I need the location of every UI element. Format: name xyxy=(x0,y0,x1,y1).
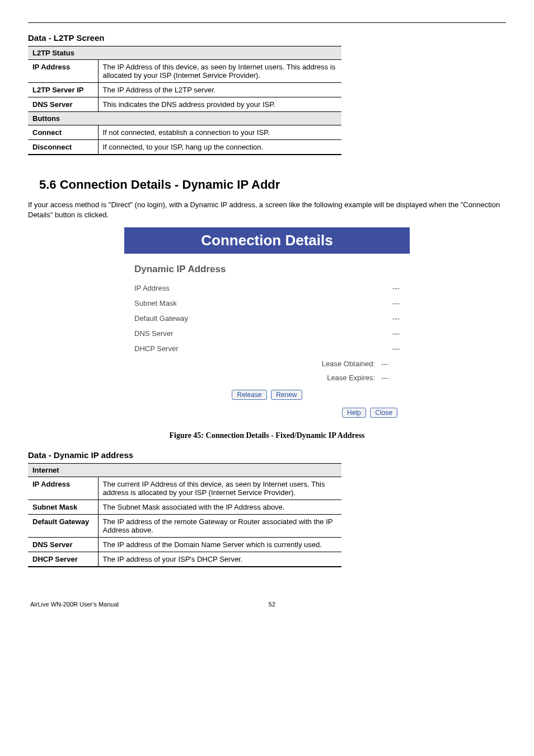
row-ip-address: IP Address --- xyxy=(134,284,400,292)
l2tp-ip-address-text: The IP Address of this device, as seen b… xyxy=(98,60,341,83)
page-top-rule xyxy=(28,22,506,23)
dynamic-ip-table: Internet IP Address The current IP Addre… xyxy=(28,463,341,567)
l2tp-connect-label: Connect xyxy=(28,125,98,140)
dyn-dns-server-label: DNS Server xyxy=(28,538,98,552)
footer-page-number: 52 xyxy=(40,601,504,608)
l2tp-data-heading: Data - L2TP Screen xyxy=(28,33,506,43)
release-button[interactable]: Release xyxy=(232,390,266,400)
dyn-dns-server-text: The IP address of the Domain Name Server… xyxy=(98,538,341,552)
row-dhcp-server-label: DHCP Server xyxy=(134,344,179,353)
row-dns-server: DNS Server --- xyxy=(134,329,400,338)
l2tp-ip-address-label: IP Address xyxy=(28,60,98,83)
intro-paragraph: If your access method is "Direct" (no lo… xyxy=(28,200,506,220)
lease-obtained-label: Lease Obtained: xyxy=(322,360,375,368)
dyn-dhcp-server-text: The IP address of your ISP's DHCP Server… xyxy=(98,552,341,567)
dyn-default-gateway-text: The IP address of the remote Gateway or … xyxy=(98,515,341,538)
l2tp-buttons-header: Buttons xyxy=(28,112,341,125)
row-default-gateway-value: --- xyxy=(392,314,400,323)
row-dns-server-label: DNS Server xyxy=(134,329,173,338)
help-button[interactable]: Help xyxy=(342,408,366,418)
lease-obtained-value: --- xyxy=(381,360,388,368)
l2tp-server-ip-text: The IP Address of the L2TP server. xyxy=(98,83,341,97)
page-footer: AirLive WN-200R User's Manual 52 xyxy=(28,601,506,608)
dynamic-ip-data-heading: Data - Dynamic IP address xyxy=(28,450,506,460)
dyn-dhcp-server-label: DHCP Server xyxy=(28,552,98,567)
figure-caption: Figure 45: Connection Details - Fixed/Dy… xyxy=(28,431,506,440)
internet-header: Internet xyxy=(28,464,341,477)
l2tp-disconnect-text: If connected, to your ISP, hang up the c… xyxy=(98,140,341,155)
row-dhcp-server: DHCP Server --- xyxy=(134,344,400,353)
row-dhcp-server-value: --- xyxy=(392,344,400,353)
dyn-ip-address-text: The current IP Address of this device, a… xyxy=(98,477,341,500)
row-default-gateway: Default Gateway --- xyxy=(134,314,400,323)
row-subnet-mask-label: Subnet Mask xyxy=(134,299,177,307)
l2tp-dns-server-text: This indicates the DNS address provided … xyxy=(98,97,341,112)
dyn-default-gateway-label: Default Gateway xyxy=(28,515,98,538)
panel-title: Connection Details xyxy=(124,227,410,254)
l2tp-dns-server-label: DNS Server xyxy=(28,97,98,112)
dyn-subnet-mask-text: The Subnet Mask associated with the IP A… xyxy=(98,500,341,515)
close-button[interactable]: Close xyxy=(370,408,397,418)
renew-button[interactable]: Renew xyxy=(271,390,302,400)
panel-subtitle: Dynamic IP Address xyxy=(134,264,400,275)
lease-expires-value: --- xyxy=(381,374,388,382)
row-subnet-mask: Subnet Mask --- xyxy=(134,299,400,307)
dyn-subnet-mask-label: Subnet Mask xyxy=(28,500,98,515)
row-default-gateway-label: Default Gateway xyxy=(134,314,188,323)
row-ip-address-label: IP Address xyxy=(134,284,170,292)
l2tp-connect-text: If not connected, establish a connection… xyxy=(98,125,341,140)
section-5-6-heading: 5.6 Connection Details - Dynamic IP Addr xyxy=(39,178,506,192)
row-dns-server-value: --- xyxy=(392,329,400,338)
l2tp-status-header: L2TP Status xyxy=(28,46,341,60)
l2tp-server-ip-label: L2TP Server IP xyxy=(28,83,98,97)
l2tp-table: L2TP Status IP Address The IP Address of… xyxy=(28,46,341,155)
l2tp-disconnect-label: Disconnect xyxy=(28,140,98,155)
dyn-ip-address-label: IP Address xyxy=(28,477,98,500)
row-subnet-mask-value: --- xyxy=(392,299,400,307)
connection-details-panel: Connection Details Dynamic IP Address IP… xyxy=(124,227,410,423)
lease-expires-label: Lease Expires: xyxy=(327,374,375,382)
row-ip-address-value: --- xyxy=(392,284,400,292)
